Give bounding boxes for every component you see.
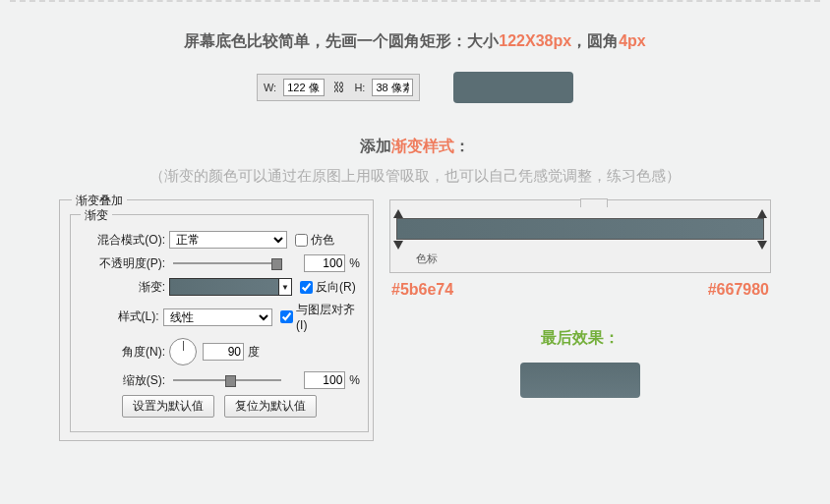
angle-input[interactable] [203, 343, 244, 361]
size-preview-row: W: ⛓ H: [0, 72, 830, 103]
hex-left: #5b6e74 [391, 281, 453, 299]
intro-line: 屏幕底色比较简单，先画一个圆角矩形：大小122X38px，圆角4px [0, 31, 830, 52]
reverse-checkbox-wrap[interactable]: 反向(R) [300, 279, 356, 296]
intro-radius: 4px [619, 32, 646, 49]
gradient-editor: 色标 [389, 199, 771, 273]
blendmode-select[interactable]: 正常 [169, 231, 287, 249]
intro-size: 122X38px [499, 32, 571, 49]
gradient-bar[interactable] [396, 218, 764, 240]
color-stop-left[interactable] [393, 241, 403, 250]
reset-default-button[interactable]: 复位为默认值 [224, 395, 317, 418]
opacity-stop-left[interactable] [393, 209, 403, 218]
dither-checkbox[interactable] [295, 234, 308, 247]
height-input[interactable] [372, 79, 413, 96]
divider-dashed [10, 0, 820, 4]
blendmode-label: 混合模式(O): [79, 232, 165, 249]
panel-sublegend: 渐变 [81, 207, 112, 224]
opacity-thumb[interactable] [271, 258, 282, 270]
gradient-heading: 添加渐变样式： [0, 137, 830, 157]
hex-row: #5b6e74 #667980 [389, 281, 771, 299]
scale-unit: % [349, 373, 360, 387]
final-label: 最后效果： [541, 329, 620, 346]
gradient-swatch[interactable] [169, 278, 279, 296]
w-label: W: [264, 82, 276, 93]
link-icon[interactable]: ⛓ [333, 81, 345, 94]
alignlayer-checkbox-wrap[interactable]: 与图层对齐(I) [280, 302, 360, 332]
scale-thumb[interactable] [225, 375, 236, 387]
alignlayer-label: 与图层对齐(I) [296, 302, 360, 332]
result-rect-gradient [520, 363, 640, 398]
style-select[interactable]: 线性 [163, 308, 273, 326]
opacity-stop-right[interactable] [757, 209, 767, 218]
color-stop-right[interactable] [757, 241, 767, 250]
reverse-label: 反向(R) [316, 279, 356, 296]
result-rect-flat [453, 72, 573, 103]
reverse-checkbox[interactable] [300, 281, 313, 294]
gradient-heading-b: 渐变样式 [391, 138, 454, 154]
angle-label: 角度(N): [79, 344, 165, 361]
angle-unit: 度 [248, 344, 260, 361]
style-label: 样式(L): [79, 308, 159, 325]
opacity-unit: % [349, 256, 360, 270]
gradient-label: 渐变: [79, 279, 165, 296]
dither-checkbox-wrap[interactable]: 仿色 [295, 232, 334, 249]
gradient-heading-a: 添加 [360, 138, 391, 154]
scale-slider[interactable] [173, 373, 298, 387]
h-label: H: [354, 82, 365, 93]
opacity-slider[interactable] [173, 256, 298, 270]
alignlayer-checkbox[interactable] [280, 310, 293, 323]
stops-label: 色标 [416, 252, 764, 266]
opacity-input[interactable] [304, 254, 345, 272]
angle-dial[interactable] [169, 338, 197, 365]
opacity-label: 不透明度(P): [79, 255, 165, 272]
dither-label: 仿色 [311, 232, 334, 249]
gradient-tip: （渐变的颜色可以通过在原图上用吸管吸取，也可以自己凭感觉调整，练习色感） [0, 167, 830, 186]
gradient-dropdown-icon[interactable]: ▼ [279, 278, 292, 296]
hex-right: #667980 [708, 281, 769, 299]
gradient-heading-c: ： [454, 138, 470, 154]
width-input[interactable] [283, 79, 325, 96]
scale-input[interactable] [304, 371, 345, 389]
gradient-editor-tab [580, 198, 608, 207]
wh-panel: W: ⛓ H: [257, 74, 421, 101]
gradient-overlay-panel: 渐变叠加 渐变 混合模式(O): 正常 仿色 不透明度(P): [59, 199, 374, 441]
intro-text-a: 屏幕底色比较简单，先画一个圆角矩形：大小 [184, 32, 499, 49]
scale-label: 缩放(S): [79, 372, 165, 389]
set-default-button[interactable]: 设置为默认值 [122, 395, 214, 418]
intro-text-b: ，圆角 [571, 32, 619, 49]
